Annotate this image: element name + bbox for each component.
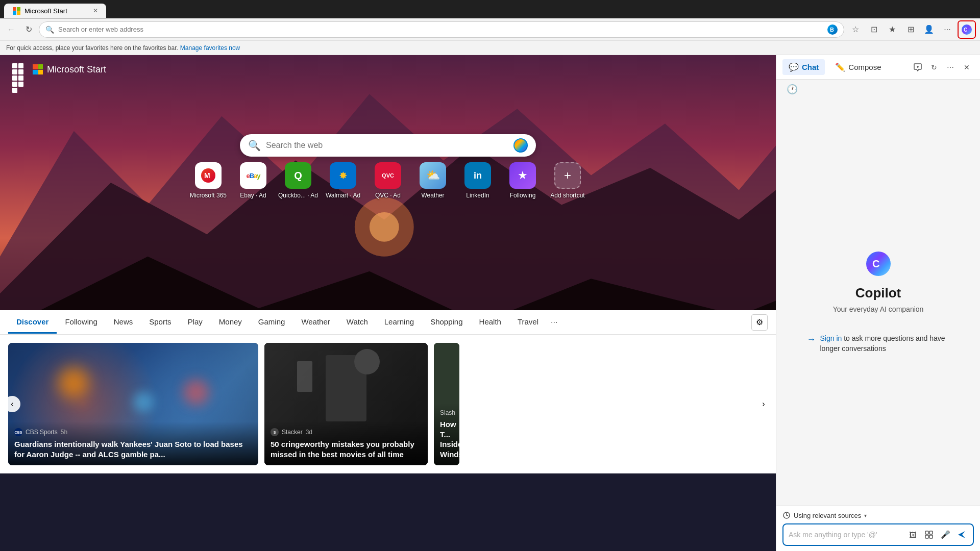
- shortcut-quickbooks-icon: Q: [285, 162, 311, 189]
- shortcut-quickbooks[interactable]: Q Quickbo... · Ad: [278, 162, 318, 199]
- copilot-close-button[interactable]: ✕: [960, 60, 974, 74]
- shortcut-add[interactable]: + Add shortcut: [547, 162, 588, 199]
- news-card-0-overlay: CBS CBS Sports 5h Guardians intentionall…: [8, 422, 258, 465]
- tab-watch[interactable]: Watch: [338, 311, 376, 334]
- nav-more-button[interactable]: ···: [547, 312, 561, 333]
- news-card-1-overlay: S Stacker 3d 50 cringeworthy mistakes yo…: [264, 422, 428, 465]
- refresh-button[interactable]: ↻: [21, 22, 36, 37]
- copilot-history-icon[interactable]: 🕐: [782, 80, 802, 98]
- shortcut-linkedin[interactable]: in LinkedIn: [457, 162, 498, 199]
- shortcut-weather[interactable]: ⛅ Weather: [412, 162, 453, 199]
- tab-discover[interactable]: Discover: [8, 311, 57, 334]
- favorites-bar: For quick access, place your favorites h…: [0, 41, 980, 55]
- news-carousel: ‹: [8, 343, 768, 465]
- copilot-signin-prompt[interactable]: → Sign in to ask more questions and have…: [807, 334, 950, 354]
- back-button[interactable]: ←: [4, 22, 18, 37]
- image-upload-icon[interactable]: 🖼: [906, 529, 919, 541]
- ms-logo-icon: [33, 64, 43, 74]
- main-content: Microsoft Start 🔍: [0, 55, 980, 551]
- tab-sports[interactable]: Sports: [141, 311, 179, 334]
- news-card-1[interactable]: S Stacker 3d 50 cringeworthy mistakes yo…: [264, 343, 428, 465]
- more-button[interactable]: ···: [939, 21, 955, 38]
- tab-news[interactable]: News: [106, 311, 141, 334]
- shortcut-walmart-icon: ✸: [330, 162, 356, 189]
- copilot-more-button[interactable]: ⋯: [943, 60, 958, 74]
- news-card-0-source-name: CBS Sports: [26, 429, 58, 436]
- shortcut-microsoft365[interactable]: M Microsoft 365: [188, 162, 229, 199]
- tab-close-icon[interactable]: ✕: [93, 7, 98, 14]
- copilot-toolbar-button[interactable]: C: [958, 20, 976, 39]
- shortcut-quickbooks-label: Quickbo... · Ad: [278, 192, 318, 199]
- address-bar[interactable]: 🔍 B: [39, 21, 844, 38]
- tab-following[interactable]: Following: [57, 311, 105, 334]
- relevant-sources-icon: [782, 511, 791, 519]
- signin-arrow-icon: →: [807, 334, 816, 345]
- news-card-0-title: Guardians intentionally walk Yankees' Ju…: [14, 439, 252, 459]
- apps-grid-button[interactable]: [10, 61, 27, 78]
- shortcut-add-icon: +: [554, 162, 581, 189]
- shortcut-qvc-label: QVC · Ad: [375, 192, 401, 199]
- active-tab[interactable]: Microsoft Start ✕: [4, 4, 106, 18]
- address-input[interactable]: [58, 26, 823, 33]
- favorites-button[interactable]: ★: [884, 21, 900, 38]
- news-card-1-source: S Stacker 3d: [271, 428, 422, 436]
- tab-gaming[interactable]: Gaming: [250, 311, 293, 334]
- copilot-tab-chat[interactable]: 💬 Chat: [782, 59, 825, 75]
- shortcut-microsoft365-icon: M: [195, 162, 222, 189]
- svg-rect-0: [13, 7, 16, 11]
- shortcut-weather-label: Weather: [421, 192, 444, 199]
- nav-filter-button[interactable]: ⚙: [751, 314, 768, 331]
- shortcut-linkedin-icon: in: [464, 162, 491, 189]
- copilot-signin-text: Sign in to ask more questions and have l…: [820, 334, 950, 354]
- msstart-page: Microsoft Start 🔍: [0, 55, 776, 551]
- copilot-footer: Using relevant sources ▾ 🖼: [776, 506, 980, 551]
- reading-mode-button[interactable]: ⊡: [866, 21, 882, 38]
- shortcut-ebay-icon: eBay: [240, 162, 266, 189]
- tab-health[interactable]: Health: [471, 311, 509, 334]
- microphone-icon[interactable]: 🎤: [939, 529, 951, 541]
- favorites-star-button[interactable]: ☆: [847, 21, 864, 38]
- shortcut-qvc[interactable]: QVC QVC · Ad: [368, 162, 408, 199]
- shortcut-ebay-label: Ebay · Ad: [240, 192, 266, 199]
- hero-search-container: 🔍: [240, 134, 536, 157]
- plugin-icon[interactable]: [923, 529, 935, 541]
- msstart-logo-text: Microsoft Start: [47, 64, 106, 75]
- shortcut-ebay[interactable]: eBay Ebay · Ad: [233, 162, 274, 199]
- relevant-sources-toggle[interactable]: Using relevant sources ▾: [782, 511, 974, 519]
- profile-button[interactable]: 👤: [921, 21, 937, 38]
- shortcut-walmart[interactable]: ✸ Walmart · Ad: [323, 162, 363, 199]
- copilot-body: C Copilot Your everyday AI companion → S…: [776, 99, 980, 506]
- news-card-2-overlay: Slash How T... Inside... Winds...: [434, 403, 459, 465]
- msstart-header: Microsoft Start: [0, 55, 776, 84]
- tab-play[interactable]: Play: [180, 311, 211, 334]
- tab-travel[interactable]: Travel: [509, 311, 547, 334]
- news-card-2[interactable]: Slash How T... Inside... Winds...: [434, 343, 459, 465]
- copilot-tab-compose[interactable]: ✏️ Compose: [829, 59, 887, 75]
- tab-learning[interactable]: Learning: [376, 311, 422, 334]
- copilot-main-logo: C: [865, 251, 892, 277]
- tab-bar: Microsoft Start ✕: [0, 0, 980, 18]
- tab-money[interactable]: Money: [211, 311, 250, 334]
- copilot-main-title: Copilot: [855, 285, 901, 301]
- shortcut-following[interactable]: ★ Following: [502, 162, 543, 199]
- copilot-refresh-button[interactable]: ↻: [927, 60, 941, 74]
- chat-input-field[interactable]: [789, 531, 906, 539]
- copilot-new-chat-button[interactable]: [911, 60, 925, 74]
- search-icon: 🔍: [45, 26, 54, 34]
- svg-text:B: B: [830, 27, 834, 33]
- news-card-0[interactable]: CBS CBS Sports 5h Guardians intentionall…: [8, 343, 258, 465]
- manage-favorites-link[interactable]: Manage favorites now: [180, 44, 240, 52]
- hero-search-input[interactable]: [266, 141, 508, 150]
- msstart-logo: Microsoft Start: [33, 64, 106, 75]
- tab-weather[interactable]: Weather: [293, 311, 338, 334]
- copilot-header: 💬 Chat ✏️ Compose ↻ ⋯ ✕: [776, 55, 980, 80]
- chat-input-icons: 🖼 🎤: [906, 529, 968, 541]
- tab-shopping[interactable]: Shopping: [422, 311, 471, 334]
- carousel-next-button[interactable]: ›: [755, 396, 768, 412]
- news-card-0-source: CBS CBS Sports 5h: [14, 428, 252, 436]
- chat-send-button[interactable]: [955, 529, 968, 541]
- hero-search-box[interactable]: 🔍: [240, 134, 536, 157]
- collections-button[interactable]: ⊞: [902, 21, 919, 38]
- relevant-sources-label: Using relevant sources: [794, 512, 861, 519]
- signin-link[interactable]: Sign in: [820, 334, 842, 342]
